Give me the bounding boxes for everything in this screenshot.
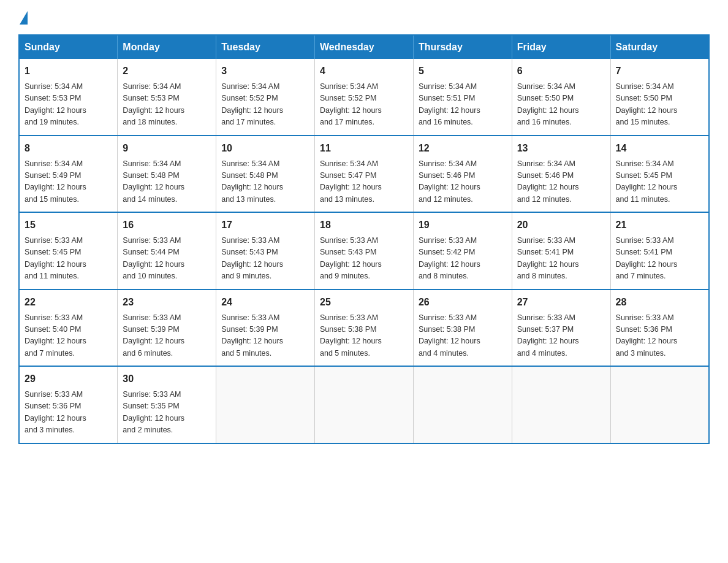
day-number: 24 xyxy=(221,295,309,310)
calendar-week-row: 15Sunrise: 5:33 AMSunset: 5:45 PMDayligh… xyxy=(19,212,709,289)
calendar-cell xyxy=(216,366,315,443)
day-number: 22 xyxy=(25,295,112,310)
day-number: 19 xyxy=(419,218,507,232)
day-info: Sunrise: 5:34 AMSunset: 5:50 PMDaylight:… xyxy=(616,81,703,129)
calendar-cell: 21Sunrise: 5:33 AMSunset: 5:41 PMDayligh… xyxy=(610,212,709,289)
day-info: Sunrise: 5:33 AMSunset: 5:40 PMDaylight:… xyxy=(25,312,112,360)
day-number: 7 xyxy=(616,64,703,79)
calendar-cell: 14Sunrise: 5:34 AMSunset: 5:45 PMDayligh… xyxy=(610,136,709,213)
calendar-cell: 10Sunrise: 5:34 AMSunset: 5:48 PMDayligh… xyxy=(216,136,315,213)
day-info: Sunrise: 5:34 AMSunset: 5:45 PMDaylight:… xyxy=(616,158,703,206)
calendar-cell: 23Sunrise: 5:33 AMSunset: 5:39 PMDayligh… xyxy=(118,289,216,367)
logo-triangle-icon xyxy=(20,11,28,25)
day-number: 29 xyxy=(25,372,112,386)
day-info: Sunrise: 5:33 AMSunset: 5:36 PMDaylight:… xyxy=(616,312,703,360)
calendar-cell: 5Sunrise: 5:34 AMSunset: 5:51 PMDaylight… xyxy=(413,59,512,136)
calendar-cell xyxy=(315,366,414,443)
day-number: 6 xyxy=(517,64,605,79)
day-info: Sunrise: 5:33 AMSunset: 5:41 PMDaylight:… xyxy=(517,235,605,283)
weekday-header-saturday: Saturday xyxy=(610,35,709,59)
day-number: 13 xyxy=(517,141,605,156)
calendar-cell: 1Sunrise: 5:34 AMSunset: 5:53 PMDaylight… xyxy=(19,59,118,136)
day-info: Sunrise: 5:33 AMSunset: 5:42 PMDaylight:… xyxy=(419,235,507,283)
weekday-header-tuesday: Tuesday xyxy=(216,35,315,59)
day-number: 30 xyxy=(123,372,211,386)
day-info: Sunrise: 5:34 AMSunset: 5:46 PMDaylight:… xyxy=(517,158,605,206)
day-number: 14 xyxy=(616,141,703,156)
calendar-cell: 22Sunrise: 5:33 AMSunset: 5:40 PMDayligh… xyxy=(19,289,118,367)
calendar-cell: 29Sunrise: 5:33 AMSunset: 5:36 PMDayligh… xyxy=(19,366,118,443)
weekday-header-thursday: Thursday xyxy=(413,35,512,59)
weekday-header-monday: Monday xyxy=(118,35,216,59)
calendar-cell: 8Sunrise: 5:34 AMSunset: 5:49 PMDaylight… xyxy=(19,136,118,213)
calendar-cell: 3Sunrise: 5:34 AMSunset: 5:52 PMDaylight… xyxy=(216,59,315,136)
calendar-table: SundayMondayTuesdayWednesdayThursdayFrid… xyxy=(18,34,710,444)
day-number: 1 xyxy=(25,64,112,79)
day-number: 15 xyxy=(25,218,112,232)
day-number: 17 xyxy=(221,218,309,232)
day-info: Sunrise: 5:33 AMSunset: 5:44 PMDaylight:… xyxy=(123,235,211,283)
day-number: 23 xyxy=(123,295,211,310)
calendar-cell: 30Sunrise: 5:33 AMSunset: 5:35 PMDayligh… xyxy=(118,366,216,443)
day-number: 4 xyxy=(320,64,408,79)
calendar-cell xyxy=(610,366,709,443)
day-info: Sunrise: 5:33 AMSunset: 5:38 PMDaylight:… xyxy=(419,312,507,360)
day-info: Sunrise: 5:34 AMSunset: 5:48 PMDaylight:… xyxy=(221,158,309,206)
calendar-cell xyxy=(413,366,512,443)
day-info: Sunrise: 5:34 AMSunset: 5:48 PMDaylight:… xyxy=(123,158,211,206)
day-info: Sunrise: 5:33 AMSunset: 5:43 PMDaylight:… xyxy=(221,235,309,283)
day-info: Sunrise: 5:33 AMSunset: 5:39 PMDaylight:… xyxy=(123,312,211,360)
page-header xyxy=(18,12,710,23)
calendar-cell: 20Sunrise: 5:33 AMSunset: 5:41 PMDayligh… xyxy=(512,212,610,289)
logo xyxy=(18,12,28,23)
day-number: 28 xyxy=(616,295,703,310)
day-info: Sunrise: 5:34 AMSunset: 5:53 PMDaylight:… xyxy=(25,81,112,129)
day-number: 25 xyxy=(320,295,408,310)
calendar-cell: 17Sunrise: 5:33 AMSunset: 5:43 PMDayligh… xyxy=(216,212,315,289)
weekday-header-sunday: Sunday xyxy=(19,35,118,59)
calendar-cell: 9Sunrise: 5:34 AMSunset: 5:48 PMDaylight… xyxy=(118,136,216,213)
day-number: 9 xyxy=(123,141,211,156)
calendar-cell: 16Sunrise: 5:33 AMSunset: 5:44 PMDayligh… xyxy=(118,212,216,289)
day-info: Sunrise: 5:34 AMSunset: 5:50 PMDaylight:… xyxy=(517,81,605,129)
weekday-header-friday: Friday xyxy=(512,35,610,59)
day-number: 3 xyxy=(221,64,309,79)
calendar-cell: 2Sunrise: 5:34 AMSunset: 5:53 PMDaylight… xyxy=(118,59,216,136)
day-info: Sunrise: 5:34 AMSunset: 5:52 PMDaylight:… xyxy=(221,81,309,129)
day-number: 21 xyxy=(616,218,703,232)
day-info: Sunrise: 5:33 AMSunset: 5:43 PMDaylight:… xyxy=(320,235,408,283)
day-number: 16 xyxy=(123,218,211,232)
calendar-cell: 27Sunrise: 5:33 AMSunset: 5:37 PMDayligh… xyxy=(512,289,610,367)
day-info: Sunrise: 5:34 AMSunset: 5:51 PMDaylight:… xyxy=(419,81,507,129)
day-number: 2 xyxy=(123,64,211,79)
weekday-header-wednesday: Wednesday xyxy=(315,35,414,59)
calendar-cell: 18Sunrise: 5:33 AMSunset: 5:43 PMDayligh… xyxy=(315,212,414,289)
calendar-cell: 25Sunrise: 5:33 AMSunset: 5:38 PMDayligh… xyxy=(315,289,414,367)
calendar-cell: 24Sunrise: 5:33 AMSunset: 5:39 PMDayligh… xyxy=(216,289,315,367)
day-info: Sunrise: 5:33 AMSunset: 5:41 PMDaylight:… xyxy=(616,235,703,283)
day-info: Sunrise: 5:33 AMSunset: 5:35 PMDaylight:… xyxy=(123,389,211,437)
day-info: Sunrise: 5:33 AMSunset: 5:37 PMDaylight:… xyxy=(517,312,605,360)
calendar-week-row: 8Sunrise: 5:34 AMSunset: 5:49 PMDaylight… xyxy=(19,136,709,213)
calendar-week-row: 1Sunrise: 5:34 AMSunset: 5:53 PMDaylight… xyxy=(19,59,709,136)
day-number: 26 xyxy=(419,295,507,310)
day-info: Sunrise: 5:34 AMSunset: 5:46 PMDaylight:… xyxy=(419,158,507,206)
day-number: 5 xyxy=(419,64,507,79)
day-number: 11 xyxy=(320,141,408,156)
day-info: Sunrise: 5:33 AMSunset: 5:45 PMDaylight:… xyxy=(25,235,112,283)
day-number: 18 xyxy=(320,218,408,232)
calendar-week-row: 29Sunrise: 5:33 AMSunset: 5:36 PMDayligh… xyxy=(19,366,709,443)
day-info: Sunrise: 5:33 AMSunset: 5:38 PMDaylight:… xyxy=(320,312,408,360)
calendar-cell: 6Sunrise: 5:34 AMSunset: 5:50 PMDaylight… xyxy=(512,59,610,136)
calendar-cell: 28Sunrise: 5:33 AMSunset: 5:36 PMDayligh… xyxy=(610,289,709,367)
calendar-cell: 15Sunrise: 5:33 AMSunset: 5:45 PMDayligh… xyxy=(19,212,118,289)
day-number: 27 xyxy=(517,295,605,310)
calendar-cell xyxy=(512,366,610,443)
day-number: 20 xyxy=(517,218,605,232)
calendar-cell: 7Sunrise: 5:34 AMSunset: 5:50 PMDaylight… xyxy=(610,59,709,136)
calendar-cell: 13Sunrise: 5:34 AMSunset: 5:46 PMDayligh… xyxy=(512,136,610,213)
calendar-cell: 26Sunrise: 5:33 AMSunset: 5:38 PMDayligh… xyxy=(413,289,512,367)
day-info: Sunrise: 5:33 AMSunset: 5:36 PMDaylight:… xyxy=(25,389,112,437)
day-info: Sunrise: 5:33 AMSunset: 5:39 PMDaylight:… xyxy=(221,312,309,360)
calendar-cell: 4Sunrise: 5:34 AMSunset: 5:52 PMDaylight… xyxy=(315,59,414,136)
